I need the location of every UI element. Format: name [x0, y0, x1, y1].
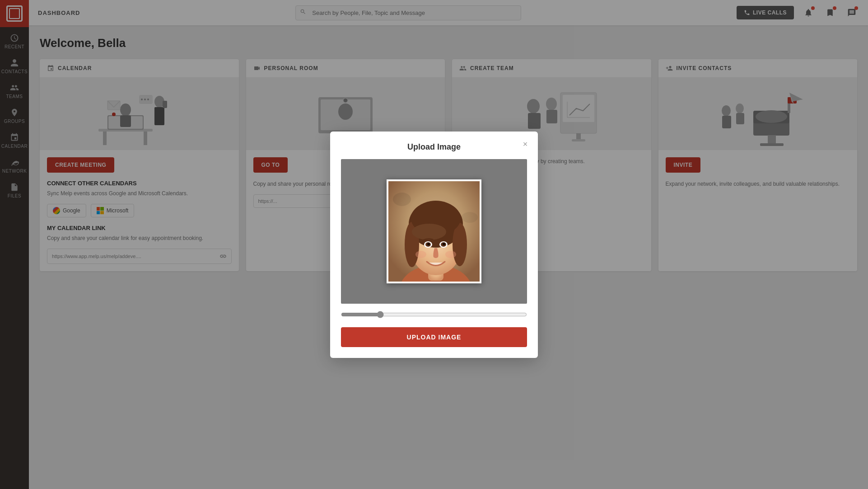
- upload-image-button[interactable]: UPLOAD IMAGE: [341, 327, 527, 347]
- image-crop-area: [341, 159, 527, 304]
- crop-photo: [387, 179, 481, 283]
- svg-point-62: [427, 243, 430, 245]
- modal-close-button[interactable]: ×: [520, 139, 531, 150]
- modal-title: Upload Image: [341, 142, 527, 152]
- modal-overlay[interactable]: Upload Image ×: [0, 0, 868, 489]
- svg-point-64: [415, 251, 426, 258]
- svg-point-63: [443, 243, 445, 245]
- svg-point-46: [393, 193, 411, 206]
- upload-image-modal: Upload Image ×: [330, 132, 538, 358]
- image-zoom-slider[interactable]: [341, 311, 527, 318]
- svg-point-65: [445, 251, 456, 258]
- svg-point-47: [462, 212, 478, 223]
- person-photo-svg: [388, 181, 481, 283]
- svg-point-57: [412, 224, 446, 240]
